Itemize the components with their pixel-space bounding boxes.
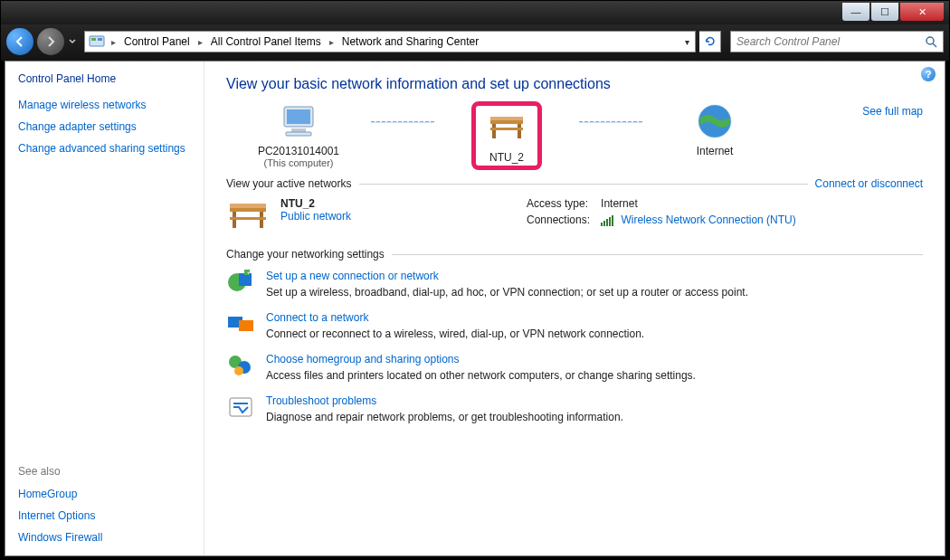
setup-connection-icon: + xyxy=(226,270,255,295)
task-troubleshoot-desc: Diagnose and repair network problems, or… xyxy=(266,411,623,423)
minimize-button[interactable]: — xyxy=(842,3,869,21)
minimize-icon: — xyxy=(851,6,861,17)
globe-icon xyxy=(695,101,735,141)
change-settings-label: Change your networking settings xyxy=(226,248,385,261)
see-also-homegroup[interactable]: HomeGroup xyxy=(18,488,196,500)
svg-rect-16 xyxy=(230,208,266,212)
back-arrow-icon xyxy=(14,35,26,48)
sidebar-link-adapter-settings[interactable]: Change adapter settings xyxy=(18,120,196,133)
see-also-windows-firewall[interactable]: Windows Firewall xyxy=(18,531,196,544)
map-this-computer[interactable]: PC20131014001 (This computer) xyxy=(226,101,371,168)
connection-link[interactable]: Wireless Network Connection (NTU) xyxy=(621,214,795,226)
chevron-right-icon: ▸ xyxy=(109,37,119,47)
task-setup-connection-link[interactable]: Set up a new connection or network xyxy=(266,270,748,282)
connections-label: Connections: xyxy=(527,214,590,226)
map-internet-label: Internet xyxy=(642,145,787,157)
svg-rect-30 xyxy=(230,398,252,416)
help-icon[interactable]: ? xyxy=(921,67,936,81)
search-icon[interactable] xyxy=(926,36,937,48)
task-troubleshoot-link[interactable]: Troubleshoot problems xyxy=(266,394,623,407)
forward-button[interactable] xyxy=(37,28,64,55)
see-also-label: See also xyxy=(18,465,196,478)
address-bar[interactable]: ▸ Control Panel ▸ All Control Panel Item… xyxy=(84,31,696,52)
window-frame: — ☐ ✕ ▸ Control Panel ▸ All Control Pane… xyxy=(0,0,950,560)
map-connector xyxy=(579,121,642,123)
task-setup-connection: + Set up a new connection or network Set… xyxy=(226,270,923,299)
bench-icon xyxy=(487,111,527,144)
task-connect-network-link[interactable]: Connect to a network xyxy=(266,311,644,324)
task-connect-network: Connect to a network Connect or reconnec… xyxy=(226,311,923,340)
map-pc-sub: (This computer) xyxy=(226,157,371,168)
forward-arrow-icon xyxy=(44,35,57,48)
svg-rect-20 xyxy=(230,217,266,220)
search-input[interactable] xyxy=(736,35,926,48)
refresh-icon xyxy=(704,35,717,48)
active-networks-label: View your active networks xyxy=(226,177,352,190)
map-net-name: NTU_2 xyxy=(485,151,528,164)
address-dropdown[interactable]: ▾ xyxy=(679,37,695,47)
svg-rect-13 xyxy=(490,128,523,130)
active-net-details: Access type: Connections: Internet Wirel… xyxy=(527,197,796,233)
svg-rect-17 xyxy=(230,204,266,208)
sidebar-link-manage-wireless[interactable]: Manage wireless networks xyxy=(18,99,196,111)
history-dropdown-icon[interactable] xyxy=(68,34,77,49)
nav-chrome: ▸ Control Panel ▸ All Control Panel Item… xyxy=(1,24,949,61)
see-also-internet-options[interactable]: Internet Options xyxy=(18,509,196,522)
breadcrumb-all-items[interactable]: All Control Panel Items xyxy=(205,32,327,52)
svg-point-3 xyxy=(926,37,934,44)
svg-point-29 xyxy=(234,366,243,375)
client-area: Control Panel Home Manage wireless netwo… xyxy=(5,61,945,556)
svg-text:+: + xyxy=(247,270,251,275)
divider xyxy=(392,254,923,255)
svg-rect-1 xyxy=(91,38,96,41)
see-full-map-link[interactable]: See full map xyxy=(862,101,923,118)
task-homegroup-link[interactable]: Choose homegroup and sharing options xyxy=(266,353,696,365)
svg-rect-11 xyxy=(492,124,496,138)
close-icon: ✕ xyxy=(918,6,926,18)
active-net-type-link[interactable]: Public network xyxy=(280,210,351,223)
svg-rect-6 xyxy=(287,109,310,124)
close-button[interactable]: ✕ xyxy=(900,3,944,21)
troubleshoot-icon xyxy=(226,394,255,420)
connect-disconnect-link[interactable]: Connect or disconnect xyxy=(815,177,923,190)
refresh-button[interactable] xyxy=(699,31,721,52)
control-panel-icon xyxy=(89,33,105,50)
back-button[interactable] xyxy=(6,28,33,55)
highlight-annotation: NTU_2 xyxy=(471,101,542,170)
chevron-right-icon: ▸ xyxy=(195,37,205,47)
wifi-signal-icon xyxy=(601,214,614,226)
chevron-right-icon: ▸ xyxy=(327,37,337,47)
active-net-name: NTU_2 xyxy=(280,197,351,210)
tasks-list: + Set up a new connection or network Set… xyxy=(226,270,923,423)
svg-rect-2 xyxy=(98,38,102,41)
sidebar-link-advanced-sharing[interactable]: Change advanced sharing settings xyxy=(18,142,196,155)
task-troubleshoot: Troubleshoot problems Diagnose and repai… xyxy=(226,394,923,423)
task-homegroup-desc: Access files and printers located on oth… xyxy=(266,369,696,382)
titlebar: — ☐ ✕ xyxy=(1,1,949,24)
maximize-button[interactable]: ☐ xyxy=(871,3,898,21)
svg-rect-12 xyxy=(518,124,521,138)
breadcrumb-network-sharing[interactable]: Network and Sharing Center xyxy=(337,32,484,52)
svg-rect-0 xyxy=(90,36,104,46)
active-network-block: NTU_2 Public network Access type: Connec… xyxy=(226,197,923,233)
sidebar: Control Panel Home Manage wireless netwo… xyxy=(5,62,204,555)
svg-rect-22 xyxy=(239,273,252,286)
search-box[interactable] xyxy=(730,31,944,52)
network-map: PC20131014001 (This computer) xyxy=(226,101,923,170)
main-content: ? View your basic network information an… xyxy=(204,62,945,555)
svg-rect-8 xyxy=(286,132,311,136)
breadcrumb-control-panel[interactable]: Control Panel xyxy=(119,32,195,52)
task-homegroup: Choose homegroup and sharing options Acc… xyxy=(226,353,923,382)
map-connector xyxy=(371,121,434,123)
page-title: View your basic network information and … xyxy=(226,76,923,92)
control-panel-home-link[interactable]: Control Panel Home xyxy=(18,72,196,85)
bench-icon xyxy=(226,197,270,233)
access-type-label: Access type: xyxy=(527,197,590,210)
svg-rect-26 xyxy=(239,320,253,331)
computer-icon xyxy=(277,101,320,141)
svg-rect-9 xyxy=(490,120,523,124)
task-connect-network-desc: Connect or reconnect to a wireless, wire… xyxy=(266,327,644,340)
map-internet-node[interactable]: Internet xyxy=(642,101,787,157)
divider xyxy=(359,184,808,185)
map-network-node[interactable]: NTU_2 xyxy=(434,101,579,170)
